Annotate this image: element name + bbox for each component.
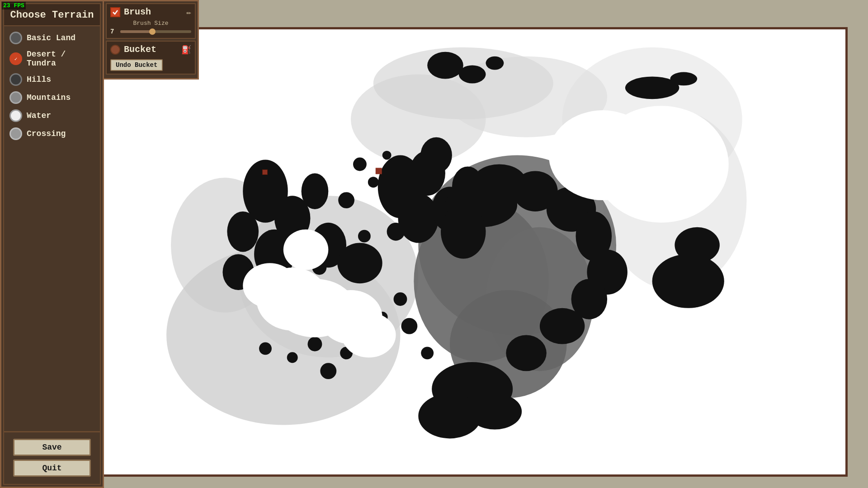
brush-slider-thumb[interactable] <box>149 28 156 35</box>
selected-check: ✓ <box>12 55 19 62</box>
bucket-radio[interactable] <box>110 45 120 55</box>
brush-size-value: 7 <box>110 28 118 35</box>
fps-counter: 23 FPS <box>2 2 26 9</box>
svg-point-33 <box>441 205 486 258</box>
svg-point-41 <box>506 335 547 371</box>
brush-checkbox[interactable] <box>110 7 120 17</box>
svg-point-20 <box>227 211 259 252</box>
terrain-radio-basic-land[interactable] <box>9 32 22 44</box>
brush-icon: ✏ <box>186 7 191 17</box>
bucket-header: Bucket ⛽ <box>110 44 191 55</box>
svg-point-65 <box>421 347 434 359</box>
svg-point-15 <box>486 56 504 70</box>
terrain-label-mountains: Mountains <box>27 93 71 102</box>
svg-rect-74 <box>376 168 382 174</box>
brush-section: Brush ✏ Brush Size 7 <box>106 3 196 39</box>
svg-point-14 <box>459 66 486 84</box>
svg-point-25 <box>337 243 382 284</box>
svg-point-64 <box>401 318 417 334</box>
svg-point-68 <box>243 263 297 308</box>
bucket-name: Bucket <box>124 44 178 55</box>
terrain-label-water: Water <box>27 111 51 120</box>
svg-point-46 <box>675 227 719 263</box>
terrain-item-water[interactable]: Water <box>7 108 97 124</box>
svg-point-40 <box>540 308 585 344</box>
terrain-item-crossing[interactable]: Crossing <box>7 126 97 142</box>
svg-point-50 <box>382 151 392 160</box>
terrain-radio-crossing[interactable] <box>9 127 22 140</box>
svg-point-13 <box>427 52 463 79</box>
terrain-label-desert-tundra: Desert / Tundra <box>27 50 94 68</box>
svg-point-59 <box>320 363 336 379</box>
terrain-list: Basic Land ✓ Desert / Tundra Hills Mount… <box>4 26 100 429</box>
brush-name: Brush <box>124 7 183 17</box>
brush-size-slider[interactable] <box>120 30 191 33</box>
terrain-item-mountains[interactable]: Mountains <box>7 89 97 106</box>
terrain-item-basic-land[interactable]: Basic Land <box>7 30 97 46</box>
svg-point-69 <box>283 230 328 270</box>
terrain-radio-desert-tundra[interactable]: ✓ <box>9 52 22 65</box>
save-button[interactable]: Save <box>13 439 91 456</box>
terrain-radio-mountains[interactable] <box>9 91 22 104</box>
main-canvas[interactable] <box>38 27 848 477</box>
terrain-radio-hills[interactable] <box>9 73 22 86</box>
svg-point-52 <box>358 230 371 243</box>
svg-point-49 <box>338 192 354 208</box>
svg-point-58 <box>308 337 322 352</box>
brush-header: Brush ✏ <box>110 7 191 17</box>
terrain-item-hills[interactable]: Hills <box>7 71 97 88</box>
svg-point-45 <box>652 254 724 308</box>
svg-point-57 <box>287 352 298 363</box>
svg-point-63 <box>394 292 407 306</box>
svg-point-71 <box>342 313 396 357</box>
terrain-label-basic-land: Basic Land <box>27 33 75 42</box>
terrain-radio-water[interactable] <box>9 109 22 122</box>
terrain-item-desert-tundra[interactable]: ✓ Desert / Tundra <box>7 48 97 70</box>
brush-slider-track <box>120 30 152 33</box>
bucket-section: Bucket ⛽ Undo Bucket <box>106 41 196 75</box>
svg-point-47 <box>353 158 367 171</box>
left-panel: Choose Terrain Basic Land ✓ Desert / Tun… <box>0 0 104 488</box>
panel-divider <box>4 431 100 432</box>
svg-point-29 <box>398 193 439 243</box>
bucket-icon: ⛽ <box>181 45 191 55</box>
terrain-label-crossing: Crossing <box>27 129 66 138</box>
svg-point-17 <box>670 72 697 86</box>
svg-point-48 <box>368 177 379 188</box>
bottom-buttons: Save Quit <box>4 434 100 484</box>
svg-point-51 <box>387 223 405 241</box>
svg-point-28 <box>420 137 452 174</box>
terrain-label-hills: Hills <box>27 75 51 84</box>
svg-point-56 <box>259 342 272 355</box>
brush-size-label: Brush Size <box>110 20 191 27</box>
svg-point-21 <box>302 173 329 209</box>
svg-point-44 <box>468 394 522 430</box>
tool-panel: Brush ✏ Brush Size 7 Bucket ⛽ Undo Bucke… <box>104 0 199 80</box>
quit-button[interactable]: Quit <box>13 460 91 477</box>
undo-bucket-button[interactable]: Undo Bucket <box>110 59 163 71</box>
map-canvas <box>41 29 845 474</box>
svg-point-73 <box>594 106 728 223</box>
map-svg <box>41 29 845 474</box>
brush-size-row: 7 <box>110 28 191 35</box>
